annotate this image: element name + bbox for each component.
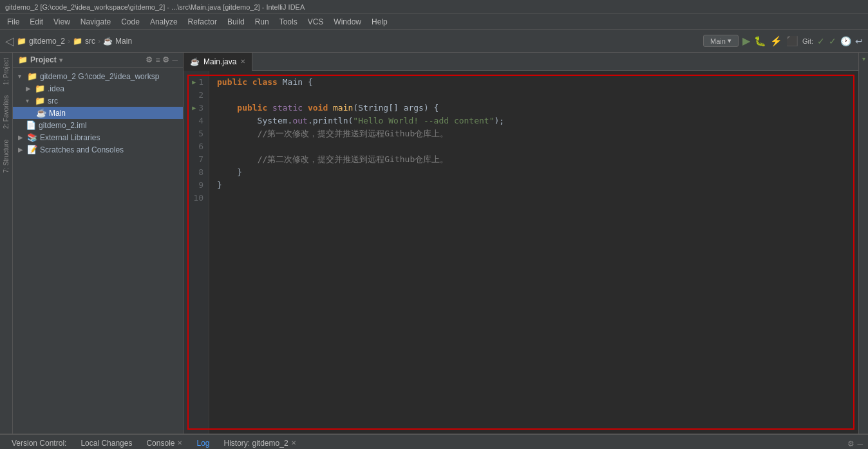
tab-java-icon: ☕ [190, 57, 200, 66]
debug-icon[interactable]: 🐛 [754, 35, 766, 47]
code-line-9: } [217, 179, 851, 192]
history-close-icon[interactable]: ✕ [291, 439, 296, 446]
code-area[interactable]: public class Main { public static void m… [209, 71, 858, 434]
tree-arrow-root: ▾ [18, 73, 24, 80]
src-folder-icon: 📁 [35, 96, 45, 105]
tree-item-iml[interactable]: 📄 gitdemo_2.iml [13, 119, 183, 131]
tab-version-control[interactable]: Version Control: [5, 435, 73, 450]
tree-item-idea[interactable]: ▶ 📁 .idea [13, 82, 183, 95]
back-icon[interactable]: ◁ [5, 34, 14, 48]
git-check-icon[interactable]: ✓ [817, 36, 825, 46]
menu-bar: File Edit View Navigate Code Analyze Ref… [0, 14, 868, 30]
editor-area: ☕ Main.java ✕ ▶ 1 2 ▶ 3 4 5 6 7 8 [184, 53, 858, 434]
tree-item-src[interactable]: ▾ 📁 src [13, 95, 183, 107]
git-history-icon[interactable]: 🕐 [840, 36, 851, 46]
menu-window[interactable]: Window [329, 16, 366, 28]
left-vert-bar: 1: Project 2: Favorites 7: Structure [0, 53, 13, 434]
sidebar-tree: ▾ 📁 gitdemo_2 G:\code_2\idea_worksp ▶ 📁 … [13, 68, 183, 434]
project-icon: 📁 [17, 37, 26, 46]
breadcrumb-src[interactable]: src [85, 37, 95, 46]
main-label: Main [49, 109, 66, 118]
sidebar-title: Project [30, 55, 57, 64]
extlibs-icon: 📚 [27, 133, 37, 142]
menu-file[interactable]: File [3, 16, 24, 28]
line-1: ▶ 1 [184, 76, 209, 89]
line-numbers: ▶ 1 2 ▶ 3 4 5 6 7 8 9 10 [184, 71, 209, 434]
code-line-8: } [217, 166, 851, 179]
menu-tools[interactable]: Tools [275, 16, 302, 28]
tab-main-java[interactable]: ☕ Main.java ✕ [184, 53, 252, 71]
tree-arrow-idea: ▶ [26, 85, 32, 92]
settings-bottom-icon[interactable]: ⚙ [847, 439, 854, 448]
git-check2-icon[interactable]: ✓ [829, 36, 836, 46]
tree-arrow-src: ▾ [26, 97, 32, 104]
arrow-1: ▶ [192, 76, 196, 89]
tree-item-extlibs[interactable]: ▶ 📚 External Libraries [13, 131, 183, 143]
code-line-3: public static void main(String[] args) { [217, 102, 851, 115]
menu-vcs[interactable]: VCS [303, 16, 328, 28]
menu-analyze[interactable]: Analyze [146, 16, 182, 28]
project-vert-label[interactable]: 1: Project [1, 53, 11, 90]
breadcrumb-main[interactable]: Main [115, 37, 132, 46]
tab-label: Main.java [203, 57, 236, 66]
menu-view[interactable]: View [49, 16, 75, 28]
code-line-1: public class Main { [217, 76, 851, 89]
menu-refactor[interactable]: Refactor [184, 16, 222, 28]
code-line-6 [217, 140, 851, 153]
settings-icon[interactable]: ≡ [155, 55, 160, 64]
sidebar-header: 📁 Project ▾ ⚙ ≡ ⚙ ─ [13, 53, 183, 68]
idea-folder-icon: 📁 [35, 84, 45, 93]
menu-help[interactable]: Help [367, 16, 392, 28]
line-8: 8 [184, 166, 209, 179]
toolbar: ◁ 📁 gitdemo_2 › 📁 src › ☕ Main Main ▾ ▶ … [0, 30, 868, 53]
minimize-icon[interactable]: ─ [172, 55, 178, 64]
line-10: 10 [184, 192, 209, 205]
editor-tabs: ☕ Main.java ✕ [184, 53, 858, 71]
tree-item-root[interactable]: ▾ 📁 gitdemo_2 G:\code_2\idea_worksp [13, 70, 183, 82]
menu-code[interactable]: Code [117, 16, 144, 28]
line-6: 6 [184, 140, 209, 153]
tab-console[interactable]: Console ✕ [140, 435, 189, 450]
tree-item-scratches[interactable]: ▶ 📝 Scratches and Consoles [13, 143, 183, 156]
tab-history[interactable]: History: gitdemo_2 ✕ [218, 435, 303, 450]
run-config-label: Main [710, 37, 726, 45]
scratches-label: Scratches and Consoles [40, 145, 124, 154]
menu-build[interactable]: Build [223, 16, 249, 28]
line-4: 4 [184, 115, 209, 127]
title-text: gitdemo_2 [G:\code_2\idea_workspace\gitd… [5, 3, 305, 11]
extlibs-label: External Libraries [40, 133, 100, 142]
sync-icon[interactable]: ⚙ [146, 55, 153, 64]
root-folder-icon: 📁 [27, 71, 37, 81]
menu-run[interactable]: Run [250, 16, 274, 28]
breadcrumb: 📁 gitdemo_2 › 📁 src › ☕ Main [17, 37, 701, 46]
gear-icon[interactable]: ⚙ [162, 55, 169, 64]
close-bottom-icon[interactable]: ─ [857, 439, 863, 448]
main-java-icon: ☕ [36, 108, 46, 118]
console-close-icon[interactable]: ✕ [177, 439, 182, 446]
arrow-3: ▶ [192, 102, 196, 115]
git-revert-icon[interactable]: ↩ [855, 36, 863, 46]
toolbar-actions: Main ▾ ▶ 🐛 ⚡ ⬛ Git: ✓ ✓ 🕐 ↩ [703, 35, 863, 47]
attach-icon[interactable]: ⚡ [770, 35, 782, 47]
tab-local-changes[interactable]: Local Changes [74, 435, 138, 450]
menu-navigate[interactable]: Navigate [76, 16, 115, 28]
run-button[interactable]: ▶ [742, 35, 750, 47]
right-panel-arrow[interactable]: ▾ [862, 55, 865, 62]
tab-close-icon[interactable]: ✕ [240, 58, 245, 65]
structure-vert-label[interactable]: 7: Structure [1, 134, 11, 178]
git-label: Git: [802, 37, 813, 45]
line-5: 5 [184, 127, 209, 140]
code-line-2 [217, 89, 851, 102]
sidebar: 📁 Project ▾ ⚙ ≡ ⚙ ─ ▾ 📁 gitdemo_2 G:\cod… [13, 53, 184, 434]
tree-arrow-extlibs: ▶ [18, 134, 24, 141]
title-bar: gitdemo_2 [G:\code_2\idea_workspace\gitd… [0, 0, 868, 14]
menu-edit[interactable]: Edit [25, 16, 48, 28]
tab-log[interactable]: Log [190, 435, 216, 450]
src-label: src [48, 96, 58, 105]
run-config-btn[interactable]: Main ▾ [703, 35, 739, 47]
idea-label: .idea [48, 84, 64, 93]
tree-item-main[interactable]: ☕ Main [13, 107, 183, 119]
breadcrumb-project[interactable]: gitdemo_2 [29, 37, 65, 46]
favorites-vert-label[interactable]: 2: Favorites [1, 90, 11, 134]
stop-icon[interactable]: ⬛ [786, 35, 798, 47]
